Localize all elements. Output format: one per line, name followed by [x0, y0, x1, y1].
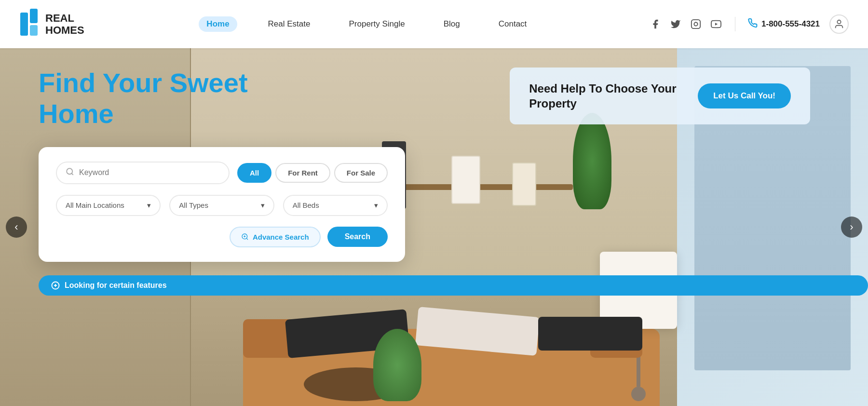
svg-point-6: [837, 20, 841, 24]
svg-point-7: [67, 168, 72, 174]
search-dropdowns: All Main Locations ▾ All Types ▾ All Bed…: [56, 195, 388, 216]
filter-all-tab[interactable]: All: [237, 163, 271, 183]
locations-dropdown-label: All Main Locations: [66, 201, 124, 209]
keyword-input[interactable]: [79, 168, 220, 177]
nav-real-estate[interactable]: Real Estate: [260, 16, 318, 32]
hero-cta-box: Need Help To Choose Your Property Let Us…: [510, 68, 810, 124]
advance-search-icon: [241, 233, 249, 241]
advance-search-button[interactable]: Advance Search: [230, 227, 321, 247]
phone-icon: [748, 18, 758, 30]
svg-line-8: [71, 173, 73, 175]
advance-search-label: Advance Search: [253, 233, 309, 241]
main-nav: Home Real Estate Property Single Blog Co…: [199, 16, 534, 32]
let-us-call-button[interactable]: Let Us Call You!: [698, 83, 791, 108]
twitter-icon[interactable]: [669, 18, 682, 30]
search-box: All For Rent For Sale All Main Locations…: [39, 147, 405, 262]
svg-rect-1: [30, 9, 38, 23]
youtube-icon[interactable]: [710, 18, 722, 30]
hero-headline: Find Your Sweet Home: [39, 68, 318, 130]
search-top-row: All For Rent For Sale: [56, 162, 388, 184]
search-bottom-row: Advance Search Search: [56, 227, 388, 247]
logo[interactable]: REAL HOMES: [19, 9, 84, 40]
nav-blog[interactable]: Blog: [436, 16, 468, 32]
keyword-input-wrap[interactable]: [56, 162, 230, 184]
hero-section: Find Your Sweet Home Need Help To Choose…: [0, 48, 868, 406]
phone-area[interactable]: 1-800-555-4321: [748, 18, 820, 30]
nav-contact[interactable]: Contact: [491, 16, 535, 32]
social-icons: [649, 18, 722, 30]
beds-dropdown[interactable]: All Beds ▾: [283, 195, 388, 216]
header: REAL HOMES Home Real Estate Property Sin…: [0, 0, 868, 48]
looking-plus-icon: [51, 281, 60, 290]
beds-dropdown-label: All Beds: [293, 201, 319, 209]
looking-label: Looking for certain features: [65, 281, 167, 290]
svg-rect-0: [20, 13, 28, 36]
carousel-next-button[interactable]: ›: [841, 217, 862, 238]
header-right: 1-800-555-4321: [649, 14, 849, 34]
hero-top-row: Find Your Sweet Home Need Help To Choose…: [0, 63, 868, 130]
locations-dropdown[interactable]: All Main Locations ▾: [56, 195, 161, 216]
logo-icon: [19, 9, 41, 40]
divider: [735, 17, 735, 31]
hero-cta-text: Need Help To Choose Your Property: [529, 81, 683, 111]
instagram-icon[interactable]: [690, 18, 702, 30]
logo-text: REAL HOMES: [45, 12, 84, 37]
search-button[interactable]: Search: [327, 227, 388, 247]
facebook-icon[interactable]: [649, 18, 662, 30]
svg-rect-3: [692, 20, 700, 28]
keyword-search-icon: [66, 167, 74, 178]
looking-features-button[interactable]: Looking for certain features: [39, 275, 868, 296]
user-account-button[interactable]: [829, 14, 849, 34]
carousel-prev-button[interactable]: ‹: [6, 217, 27, 238]
locations-chevron-icon: ▾: [147, 201, 151, 210]
beds-chevron-icon: ▾: [374, 201, 378, 210]
svg-rect-2: [30, 25, 38, 36]
svg-marker-5: [715, 23, 718, 26]
svg-line-10: [246, 238, 248, 240]
types-dropdown[interactable]: All Types ▾: [169, 195, 274, 216]
filter-tabs: All For Rent For Sale: [237, 163, 388, 183]
types-dropdown-label: All Types: [179, 201, 208, 209]
hero-content: Find Your Sweet Home Need Help To Choose…: [0, 48, 868, 406]
filter-rent-tab[interactable]: For Rent: [275, 163, 330, 183]
nav-property-single[interactable]: Property Single: [341, 16, 412, 32]
types-chevron-icon: ▾: [261, 201, 265, 210]
filter-sale-tab[interactable]: For Sale: [334, 163, 388, 183]
nav-home[interactable]: Home: [199, 16, 237, 32]
phone-number: 1-800-555-4321: [761, 19, 820, 29]
